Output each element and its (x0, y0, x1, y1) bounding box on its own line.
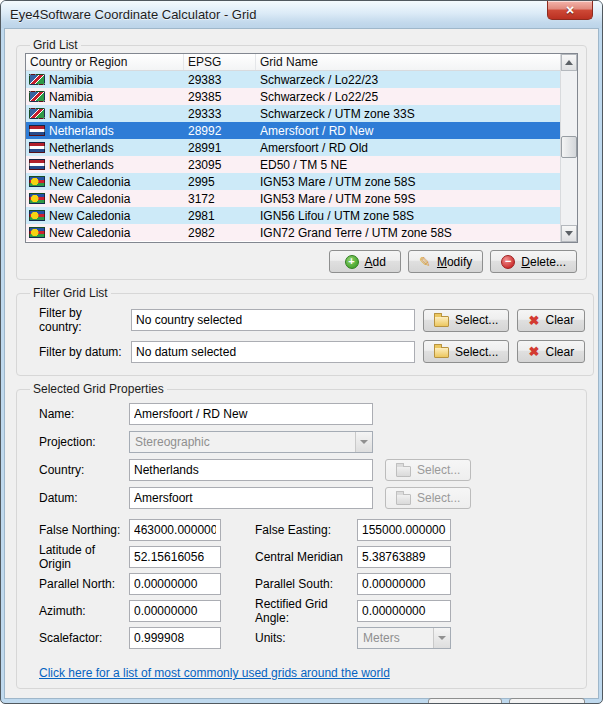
param-input[interactable] (129, 546, 221, 568)
filter-datum-row: Filter by datum: Select... ✖ Clear (25, 340, 585, 363)
table-row[interactable]: New Caledonia2981IGN56 Lifou / UTM zone … (26, 207, 560, 224)
vertical-scrollbar[interactable] (560, 54, 577, 242)
grid-table-main: Country or Region EPSG Grid Name Namibia… (26, 54, 560, 242)
param-row: Parallel North:Parallel South: (25, 573, 578, 595)
cancel-button[interactable]: ✖ Cancel (509, 698, 585, 704)
table-row[interactable]: Netherlands23095ED50 / TM 5 NE (26, 156, 560, 173)
table-row[interactable]: Namibia29385Schwarzeck / Lo22/25 (26, 88, 560, 105)
close-button[interactable]: × (547, 1, 593, 20)
datum-label: Datum: (39, 491, 125, 505)
column-header-country[interactable]: Country or Region (26, 54, 184, 70)
table-row[interactable]: New Caledonia2982IGN72 Grand Terre / UTM… (26, 224, 560, 241)
country-cell: Namibia (26, 73, 184, 87)
grid-table-body: Namibia29383Schwarzeck / Lo22/23Namibia2… (26, 71, 560, 242)
country-cell: Namibia (26, 107, 184, 121)
grid-list-group: Grid List Country or Region EPSG Grid Na… (16, 38, 587, 280)
grid-name-cell: ED50 / TM 5 NE (256, 158, 560, 172)
namibia-flag-icon (29, 108, 45, 119)
param-input[interactable] (357, 600, 451, 622)
param-label: Units: (255, 631, 357, 645)
projection-row: Projection: Stereographic (25, 431, 578, 453)
param-input[interactable] (129, 627, 221, 649)
grid-list-buttons: + Add ✎ Modify − Delete... (25, 250, 578, 273)
filter-country-label: Filter by country: (39, 306, 123, 334)
folder-icon (396, 466, 411, 477)
filter-country-select-button[interactable]: Select... (423, 309, 509, 332)
netherlands-flag-icon (29, 159, 45, 170)
grid-list-group-title: Grid List (30, 38, 81, 52)
chevron-down-icon (433, 628, 450, 648)
column-header-epsg[interactable]: EPSG (184, 54, 256, 70)
epsg-cell: 28991 (184, 141, 256, 155)
param-input[interactable] (357, 546, 451, 568)
filter-group-title: Filter Grid List (30, 286, 111, 300)
param-label: Rectified Grid Angle: (255, 597, 357, 625)
param-input[interactable] (357, 519, 451, 541)
grid-name-cell: Schwarzeck / Lo22/23 (256, 73, 560, 87)
window-title: Eye4Software Coordinate Calculator - Gri… (10, 7, 256, 22)
filter-country-input[interactable] (131, 309, 415, 331)
modify-button[interactable]: ✎ Modify (408, 250, 483, 273)
scroll-up-button[interactable] (561, 54, 577, 71)
param-label: False Northing: (39, 523, 125, 537)
namibia-flag-icon (29, 74, 45, 85)
param-label: False Easting: (255, 523, 357, 537)
filter-country-row: Filter by country: Select... ✖ Clear (25, 306, 585, 334)
param-label: Scalefactor: (39, 631, 125, 645)
name-input[interactable] (129, 403, 373, 425)
epsg-cell: 29385 (184, 90, 256, 104)
param-input[interactable] (129, 600, 221, 622)
scroll-down-button[interactable] (561, 225, 577, 242)
table-row[interactable]: New Caledonia3172IGN53 Mare / UTM zone 5… (26, 190, 560, 207)
new-caledonia-flag-icon (29, 176, 45, 187)
namibia-flag-icon (29, 91, 45, 102)
param-input[interactable] (129, 573, 221, 595)
country-row: Country: Select... (25, 459, 578, 481)
table-row[interactable]: Namibia29383Schwarzeck / Lo22/23 (26, 71, 560, 88)
grid-name-cell: Amersfoort / RD Old (256, 141, 560, 155)
filter-datum-input[interactable] (131, 341, 415, 363)
titlebar[interactable]: Eye4Software Coordinate Calculator - Gri… (1, 1, 602, 28)
param-input[interactable] (129, 519, 221, 541)
country-cell: Netherlands (26, 124, 184, 138)
param-row: False Northing:False Easting: (25, 519, 578, 541)
arrow-down-icon (565, 231, 573, 236)
param-grid: False Northing:False Easting:Latitude of… (25, 519, 578, 649)
scrollbar-track[interactable] (561, 71, 577, 225)
table-row[interactable]: Netherlands28992Amersfoort / RD New (26, 122, 560, 139)
filter-country-clear-button[interactable]: ✖ Clear (517, 309, 585, 332)
param-label: Central Meridian (255, 550, 357, 564)
chevron-down-icon (355, 432, 372, 452)
filter-datum-select-button[interactable]: Select... (423, 340, 509, 363)
folder-icon (434, 316, 449, 327)
new-caledonia-flag-icon (29, 210, 45, 221)
filter-datum-clear-button[interactable]: ✖ Clear (517, 340, 585, 363)
table-row[interactable]: Netherlands28991Amersfoort / RD Old (26, 139, 560, 156)
units-dropdown: Meters (357, 627, 451, 649)
country-cell: New Caledonia (26, 209, 184, 223)
datum-input[interactable] (129, 487, 373, 509)
param-input[interactable] (357, 573, 451, 595)
param-row: Azimuth:Rectified Grid Angle: (25, 600, 578, 622)
delete-button[interactable]: − Delete... (490, 250, 577, 273)
grid-name-cell: Schwarzeck / Lo22/25 (256, 90, 560, 104)
ok-button[interactable]: ✔ OK (428, 698, 502, 704)
delete-icon: − (501, 255, 515, 269)
epsg-cell: 28992 (184, 124, 256, 138)
properties-group-title: Selected Grid Properties (30, 382, 167, 396)
column-header-grid-name[interactable]: Grid Name (256, 54, 560, 70)
country-cell: New Caledonia (26, 192, 184, 206)
table-row[interactable]: Namibia29333Schwarzeck / UTM zone 33S (26, 105, 560, 122)
table-row[interactable]: New Caledonia2995IGN53 Mare / UTM zone 5… (26, 173, 560, 190)
common-grids-link[interactable]: Click here for a list of most commonly u… (39, 666, 390, 680)
add-button[interactable]: + Add (329, 250, 401, 273)
epsg-cell: 23095 (184, 158, 256, 172)
country-input[interactable] (129, 459, 373, 481)
param-label: Latitude of Origin (39, 543, 125, 571)
param-label: Azimuth: (39, 604, 125, 618)
clear-icon: ✖ (529, 345, 540, 358)
epsg-cell: 2981 (184, 209, 256, 223)
filter-datum-label: Filter by datum: (39, 345, 123, 359)
scrollbar-thumb[interactable] (561, 136, 577, 158)
name-row: Name: (25, 403, 578, 425)
